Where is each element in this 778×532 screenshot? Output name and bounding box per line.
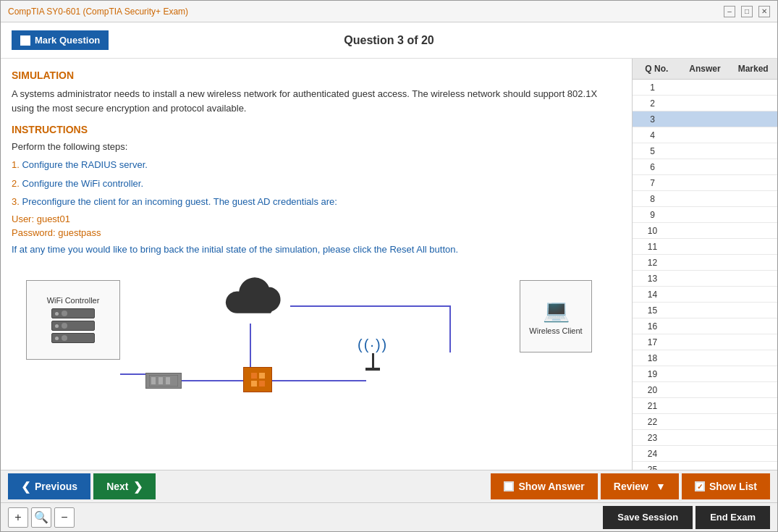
qlist-row[interactable]: 17 [633,334,777,350]
step-3: 3. Preconfigure the client for an incomi… [12,195,621,209]
next-arrow-icon: ❯ [133,480,143,494]
step-1: 1. Configure the RADIUS server. [12,158,621,172]
qlist-row[interactable]: 13 [633,271,777,287]
qlist-row[interactable]: 19 [633,366,777,382]
qlist-num: 20 [633,385,672,395]
previous-label: Previous [35,481,77,492]
next-button[interactable]: Next ❯ [93,473,155,499]
main-window: CompTIA SY0-601 (CompTIA Security+ Exam)… [0,0,778,532]
qlist-row[interactable]: 4 [633,127,777,143]
qlist-row[interactable]: 11 [633,239,777,255]
step-2: 2. Configure the WiFi controller. [12,177,621,191]
qlist-row[interactable]: 15 [633,303,777,318]
firewall-cell-4 [259,381,265,387]
qlist-row[interactable]: 25 [633,462,777,470]
switch-svg [149,375,178,387]
show-list-checkbox-icon: ✓ [695,481,705,491]
previous-button[interactable]: ❮ Previous [8,473,90,499]
qlist-num: 18 [633,353,672,363]
qlist-body[interactable]: 1 2 3 4 5 6 7 8 9 10 11 [633,80,777,470]
qlist-row[interactable]: 1 [633,80,777,96]
qlist-row[interactable]: 7 [633,175,777,191]
qlist-row[interactable]: 14 [633,287,777,303]
titlebar-title: CompTIA SY0-601 (CompTIA Security+ Exam) [8,7,188,17]
qlist-row[interactable]: 24 [633,446,777,462]
qlist-header-answer: Answer [681,62,730,75]
maximize-button[interactable]: □ [741,6,753,17]
minimize-button[interactable]: – [724,6,735,17]
qlist-row[interactable]: 16 [633,318,777,334]
qlist-row[interactable]: 5 [633,143,777,159]
titlebar-app-name: CompTIA SY0-601 [8,7,83,17]
wifi-controller-label: WiFi Controller [47,296,100,305]
qlist-num: 13 [633,274,672,284]
qlist-row[interactable]: 2 [633,96,777,111]
review-label: Review [614,481,648,492]
qlist-num: 12 [633,258,672,268]
bottom-toolbar: ❮ Previous Next ❯ Show Answer Review ▼ ✓… [1,470,777,502]
line-firewall-antenna [272,380,366,381]
save-session-label: Save Session [617,512,678,523]
titlebar-controls: – □ ✕ [724,6,770,17]
led-2 [55,324,59,328]
close-button[interactable]: ✕ [758,6,770,17]
zoom-reset-button[interactable]: 🔍 [31,507,51,528]
svg-rect-2 [158,377,163,384]
antenna-pole [372,353,374,368]
qlist-num: 5 [633,146,672,156]
qlist-row[interactable]: 22 [633,414,777,430]
qlist-row[interactable]: 21 [633,398,777,414]
instructions-label: INSTRUCTIONS [12,124,621,135]
save-session-button[interactable]: Save Session [603,506,693,529]
password-credential: Password: guestpass [12,227,621,238]
qlist-num: 11 [633,242,672,252]
mark-question-button[interactable]: Mark Question [12,30,109,50]
qlist-num: 23 [633,433,672,443]
zoom-out-button[interactable]: − [54,507,75,528]
wireless-client-box[interactable]: 💻 Wireless Client [520,280,592,352]
led-1 [55,312,59,316]
cloud-icon [214,273,287,331]
user-credential: User: guest01 [12,214,621,224]
qlist-row[interactable]: 18 [633,350,777,366]
qlist-header-marked: Marked [729,62,777,75]
qlist-row[interactable]: 23 [633,430,777,446]
prev-arrow-icon: ❮ [21,480,30,494]
question-title: Question 3 of 20 [344,34,434,47]
qlist-row[interactable]: 10 [633,223,777,239]
zoom-in-button[interactable]: + [8,507,28,528]
question-list-panel: Q No. Answer Marked 1 2 3 4 5 6 7 8 [633,59,777,470]
qlist-row[interactable]: 8 [633,191,777,207]
end-exam-button[interactable]: End Exam [695,506,770,529]
server-unit-3 [51,333,95,343]
qlist-num: 21 [633,401,672,411]
switch-icon [145,373,182,389]
laptop-icon: 💻 [543,297,570,323]
antenna-base [365,368,380,371]
perform-text: Perform the following steps: [12,141,621,152]
svg-rect-1 [151,377,156,384]
qlist-row[interactable]: 20 [633,382,777,398]
firewall-cell-2 [259,373,265,379]
qlist-num: 6 [633,162,672,172]
qlist-num: 19 [633,369,672,379]
show-list-button[interactable]: ✓ Show List [682,473,770,499]
firewall-icon [243,367,272,392]
next-label: Next [106,481,128,492]
cloud-svg [214,273,287,331]
qlist-num: 3 [633,114,672,124]
qlist-row[interactable]: 12 [633,255,777,271]
qlist-num: 2 [633,98,672,109]
line-cloud-firewall [250,324,251,367]
qlist-num: 15 [633,305,672,316]
qlist-row[interactable]: 3 [633,111,777,127]
led-3 [55,337,59,340]
review-button[interactable]: Review ▼ [601,473,679,499]
qlist-row[interactable]: 9 [633,207,777,223]
wifi-controller-box[interactable]: WiFi Controller [26,280,120,360]
mark-question-label: Mark Question [35,35,100,46]
show-answer-button[interactable]: Show Answer [491,473,597,499]
question-body: A systems administrator needs to install… [12,87,621,115]
qlist-row[interactable]: 6 [633,159,777,175]
antenna-waves: ((·)) [358,337,388,353]
